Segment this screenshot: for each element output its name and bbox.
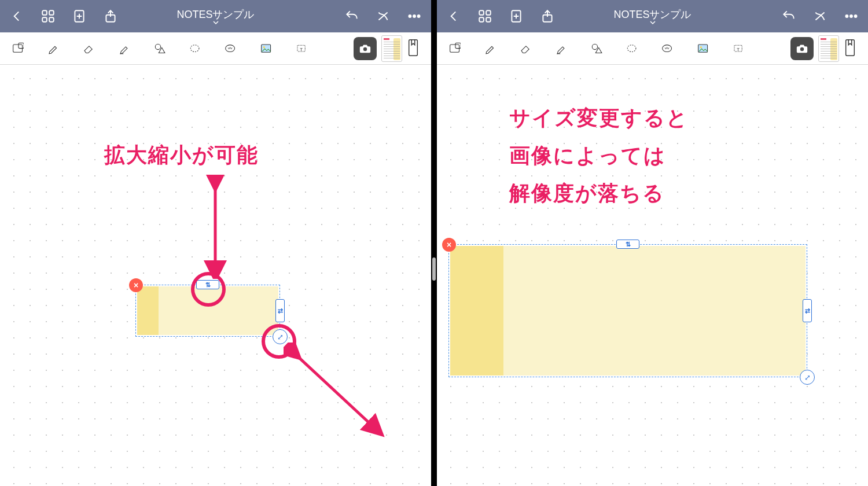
split-divider [431,0,437,486]
svg-point-36 [850,15,852,17]
page-title[interactable]: NOTESサンプル [176,8,254,25]
split-handle-icon[interactable] [432,257,436,281]
svg-text:T: T [737,46,740,51]
new-page-icon[interactable] [509,9,524,24]
title-text: NOTESサンプル [613,8,691,21]
svg-point-17 [226,45,235,52]
vertical-arrow-icon [204,175,227,279]
grid-icon[interactable] [477,9,492,24]
back-icon[interactable] [446,9,461,24]
chevron-down-icon [649,20,656,25]
svg-rect-3 [49,17,54,22]
svg-point-19 [263,46,264,48]
camera-button[interactable] [354,37,377,60]
svg-point-37 [855,15,857,17]
svg-rect-0 [42,10,47,15]
chevron-down-icon [212,20,219,25]
camera-button[interactable] [790,37,814,60]
svg-point-16 [190,45,199,52]
svg-point-11 [418,15,420,17]
resize-handle-corner[interactable]: ⤢ [800,370,815,385]
svg-point-9 [409,15,411,17]
svg-point-48 [800,47,804,50]
svg-rect-26 [479,10,484,15]
eraser-icon[interactable] [519,39,531,58]
text-icon[interactable]: T [732,39,744,58]
svg-rect-49 [846,40,855,56]
annotation-text: サイズ変更すると 画像によっては 解像度が落ちる [509,100,689,212]
sticker-close-button[interactable]: × [129,278,143,292]
svg-point-22 [363,47,367,50]
svg-rect-27 [486,10,491,15]
page-thumbnail[interactable] [381,35,402,62]
selected-sticker[interactable]: × ⇅ ⇄ ⤢ [448,244,807,377]
eraser-icon[interactable] [82,39,94,58]
shapes-icon[interactable] [590,39,602,58]
svg-point-42 [627,45,636,52]
navbar: NOTESサンプル [437,0,868,32]
svg-point-35 [845,15,848,17]
sticker-icon[interactable] [224,39,236,58]
svg-point-43 [663,45,672,52]
close-menu-icon[interactable] [376,9,391,24]
svg-rect-28 [479,17,484,22]
highlight-circle-top-icon [191,272,226,307]
resize-handle-right[interactable]: ⇄ [803,299,812,322]
left-pane: NOTESサンプル T [0,0,431,486]
new-page-icon[interactable] [72,9,87,24]
undo-icon[interactable] [344,9,359,24]
text-icon[interactable]: T [295,39,307,58]
sticker-icon[interactable] [661,39,673,58]
highlighter-icon[interactable] [118,39,130,58]
title-text: NOTESサンプル [176,8,254,21]
more-icon[interactable] [407,9,422,24]
more-icon[interactable] [844,9,859,24]
resize-handle-right[interactable]: ⇄ [275,299,285,322]
svg-rect-23 [409,40,418,56]
highlighter-icon[interactable] [555,39,567,58]
grid-icon[interactable] [41,9,56,24]
resize-handle-top[interactable]: ⇅ [616,240,639,249]
svg-rect-2 [42,17,47,22]
pen-icon[interactable] [484,39,496,58]
svg-text:T: T [300,46,303,51]
diagonal-arrow-icon [284,343,388,441]
toolbar: T [0,32,431,65]
canvas[interactable]: 拡大縮小が可能 × ⇅ ⇄ ⤢ [0,65,431,486]
read-mode-icon[interactable] [448,39,461,58]
bookmark-icon[interactable] [407,37,420,60]
pen-icon[interactable] [47,39,59,58]
canvas[interactable]: サイズ変更すると 画像によっては 解像度が落ちる × ⇅ ⇄ ⤢ [437,65,868,486]
image-icon[interactable] [697,39,709,58]
sticker-close-button[interactable]: × [442,238,456,252]
svg-line-25 [294,353,376,429]
right-pane: NOTESサンプル T [437,0,868,486]
svg-point-10 [413,15,415,17]
page-thumbnail[interactable] [818,35,839,62]
svg-point-15 [155,44,160,49]
page-title[interactable]: NOTESサンプル [613,8,691,25]
lasso-icon[interactable] [189,39,201,58]
svg-point-45 [700,46,701,48]
read-mode-icon[interactable] [12,39,24,58]
share-icon[interactable] [103,9,118,24]
undo-icon[interactable] [781,9,796,24]
share-icon[interactable] [540,9,555,24]
annotation-text: 拡大縮小が可能 [104,137,259,174]
lasso-icon[interactable] [626,39,638,58]
svg-point-41 [592,44,597,49]
close-menu-icon[interactable] [812,9,827,24]
svg-rect-39 [455,43,461,48]
bookmark-icon[interactable] [844,37,856,60]
svg-rect-13 [19,43,24,48]
toolbar: T [437,32,868,65]
sticker-fill [450,246,806,375]
navbar: NOTESサンプル [0,0,431,32]
back-icon[interactable] [9,9,24,24]
svg-rect-29 [486,17,491,22]
svg-rect-1 [49,10,54,15]
image-icon[interactable] [260,39,272,58]
shapes-icon[interactable] [153,39,165,58]
